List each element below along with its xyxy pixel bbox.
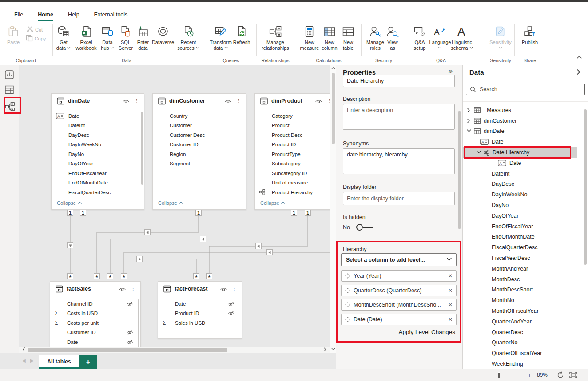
chevron-expanded-icon[interactable] <box>477 150 481 155</box>
field-row[interactable]: EndOfMonthDate <box>52 178 144 188</box>
tree-item-_measures[interactable]: _Measures <box>463 105 577 116</box>
table-card-factSales[interactable]: factSales⋮Channel IDΣCosts in USDΣCosts … <box>50 281 141 348</box>
tree-item-monthdescshort[interactable]: MonthDescShort <box>463 285 577 295</box>
horizontal-scroll-thumb[interactable] <box>28 348 227 352</box>
field-row[interactable]: Product ID <box>255 140 330 150</box>
field-row[interactable]: DayOfYear <box>52 159 144 169</box>
new-measure-button[interactable]: Newmeasure <box>300 25 319 51</box>
field-row[interactable]: Subcategory <box>255 159 330 169</box>
tree-item-quarterno[interactable]: QuarterNo <box>463 338 577 348</box>
field-row[interactable]: Date <box>158 299 242 309</box>
table-card-dimCustomer[interactable]: dimCustomer⋮CountryCustomerCustomer Desc… <box>152 93 246 210</box>
view-as-button[interactable]: Viewas <box>386 25 399 51</box>
chevron-expanded-icon[interactable] <box>467 129 471 133</box>
recent-sources-button[interactable]: Recentsources <box>177 25 199 51</box>
tab-nav-prev-icon[interactable]: ◀ <box>22 358 26 363</box>
move-icon[interactable] <box>345 288 350 293</box>
zoom-out-button[interactable]: − <box>483 372 486 379</box>
reset-zoom-icon[interactable] <box>557 371 564 379</box>
field-row[interactable]: Channel ID <box>50 299 140 309</box>
more-options-icon[interactable]: ⋮ <box>232 286 237 292</box>
hierarchy-level-row[interactable]: QuarterDesc (QuarterDesc)✕ <box>341 285 457 296</box>
move-icon[interactable] <box>345 317 350 322</box>
tree-item-endoffiscalyear[interactable]: EndOfFiscalYear <box>463 221 577 232</box>
tree-item-fiscalyeardesc[interactable]: FiscalYearDesc <box>463 253 577 263</box>
tree-item-weekending[interactable]: WeekEnding <box>463 359 577 369</box>
data-panel-scroll-thumb[interactable] <box>584 109 587 265</box>
tree-item-monthoffiscalyear[interactable]: MonthOfFiscalYear <box>463 306 577 316</box>
tree-item-date-hierarchy[interactable]: Date Hierarchy <box>463 147 577 158</box>
table-card-factForecast[interactable]: factForecast⋮DateProduct IDΣSales in USD <box>158 281 242 339</box>
menu-file[interactable]: File <box>14 12 23 21</box>
scroll-up-arrow[interactable] <box>331 67 335 71</box>
card-scrollbar[interactable] <box>138 299 139 352</box>
field-row[interactable]: DayDesc <box>52 130 144 140</box>
remove-level-icon[interactable]: ✕ <box>448 302 453 308</box>
field-row[interactable]: ΣSales in USD <box>158 318 242 328</box>
eye-icon[interactable] <box>224 99 232 104</box>
eye-icon[interactable] <box>220 287 227 291</box>
sensitivity-button[interactable]: Sensitivity <box>489 25 512 51</box>
name-field[interactable] <box>343 75 455 87</box>
linguistic-schema-button[interactable]: ALinguisticschema <box>451 25 473 51</box>
hierarchy-level-row[interactable]: MonthDescShort (MonthDescSho...✕ <box>341 299 457 311</box>
zoom-slider-thumb[interactable] <box>498 372 500 378</box>
data-hub-button[interactable]: Datahub <box>101 25 114 51</box>
remove-level-icon[interactable]: ✕ <box>448 273 453 279</box>
canvas-horizontal-scrollbar[interactable] <box>19 347 330 353</box>
collapse-data-panel-icon[interactable] <box>576 69 582 75</box>
collapse-link[interactable]: Collapse <box>158 200 183 206</box>
field-row[interactable]: Date <box>50 337 140 347</box>
tab-all-tables[interactable]: All tables <box>39 355 79 369</box>
field-row[interactable]: Unit of measure <box>255 178 330 188</box>
model-view-icon[interactable] <box>5 102 14 111</box>
field-row[interactable]: ADate <box>52 111 144 121</box>
add-layout-button[interactable]: + <box>79 355 97 369</box>
field-row[interactable]: Customer Desc <box>153 130 246 140</box>
tree-item-monthdesc[interactable]: MonthDesc <box>463 274 577 285</box>
hierarchy-level-row[interactable]: Date (Date)✕ <box>341 314 457 325</box>
field-row[interactable]: Product <box>255 121 330 131</box>
menu-external-tools[interactable]: External tools <box>94 12 128 21</box>
new-column-button[interactable]: Newcolumn <box>322 25 337 51</box>
move-icon[interactable] <box>345 273 350 279</box>
scroll-down-arrow[interactable] <box>331 347 335 351</box>
refresh-button[interactable]: Refresh <box>233 25 250 45</box>
tree-item-endofmonthdate[interactable]: EndOfMonthDate <box>463 232 577 243</box>
tree-item-dimdate[interactable]: dimDate <box>463 126 577 137</box>
field-row[interactable]: Product Hierarchy <box>255 188 330 197</box>
tree-item-quarteroffiscalyear[interactable]: QuarterOfFiscalYear <box>463 348 577 359</box>
vertical-scroll-thumb[interactable] <box>332 73 335 144</box>
field-row[interactable]: ΣCosts in USD <box>50 309 140 319</box>
scroll-left-arrow[interactable] <box>22 347 26 351</box>
enter-data-button[interactable]: Enterdata <box>137 25 149 51</box>
eye-icon[interactable] <box>119 287 126 291</box>
remove-level-icon[interactable]: ✕ <box>448 316 453 323</box>
tree-item-dimcustomer[interactable]: dimCustomer <box>463 116 577 126</box>
add-level-dropdown[interactable]: Select a column to add level... <box>341 253 457 266</box>
field-row[interactable]: DateInt <box>52 121 144 131</box>
table-card-dimProduct[interactable]: dimProduct⋮CategoryProductProduct DescPr… <box>254 93 330 210</box>
table-view-icon[interactable] <box>5 85 14 94</box>
eye-icon[interactable] <box>315 99 322 104</box>
field-row[interactable]: Country <box>153 111 246 121</box>
manage-relationships-button[interactable]: Managerelationships <box>262 25 289 51</box>
collapse-link[interactable]: Collapse <box>260 200 285 206</box>
menu-help[interactable]: Help <box>68 12 79 21</box>
get-data-button[interactable]: Getdata <box>56 25 71 51</box>
more-options-icon[interactable]: ⋮ <box>131 286 136 292</box>
field-row[interactable]: Product Desc <box>255 130 330 140</box>
paste-button[interactable]: Paste <box>7 25 20 45</box>
tree-item-daydesc[interactable]: DayDesc <box>463 179 577 190</box>
field-row[interactable]: DayNo <box>52 149 144 159</box>
more-options-icon[interactable]: ⋮ <box>134 98 139 104</box>
move-icon[interactable] <box>345 302 350 307</box>
display-folder-field[interactable] <box>343 192 455 205</box>
new-table-button[interactable]: Newtable <box>342 25 354 51</box>
canvas-vertical-scrollbar[interactable] <box>330 65 336 353</box>
transform-data-button[interactable]: Transformdata <box>210 25 232 51</box>
sql-server-button[interactable]: SQLServer <box>119 25 133 51</box>
field-row[interactable]: Product ID <box>158 309 242 319</box>
fit-to-screen-icon[interactable] <box>569 372 577 378</box>
collapse-properties-icon[interactable]: » <box>449 67 453 76</box>
